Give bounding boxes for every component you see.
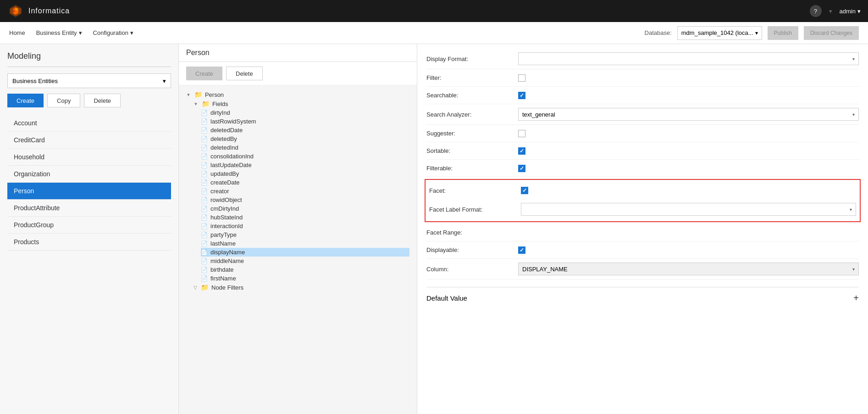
- field-row-display-format: Display Format: ▾: [426, 49, 859, 69]
- nav-configuration[interactable]: Configuration ▾: [93, 29, 133, 36]
- file-icon-cmdirtyind: 📄: [201, 206, 208, 212]
- tree-item-lastName[interactable]: 📄 lastName: [201, 239, 409, 248]
- tree-item-cmdirtyind-label: cmDirtyInd: [210, 205, 239, 212]
- suggester-checkbox[interactable]: [518, 130, 525, 137]
- facet-checkbox[interactable]: ✓: [521, 187, 528, 194]
- tree-item-updatedBy[interactable]: 📄 updatedBy: [201, 169, 409, 178]
- display-format-label: Display Format:: [426, 56, 518, 62]
- tree-node-filters[interactable]: ▽ 📁 Node Filters: [194, 283, 409, 292]
- nodefilters-folder-icon: 📁: [201, 284, 209, 291]
- display-format-select[interactable]: ▾: [518, 52, 859, 65]
- publish-button[interactable]: Publish: [768, 26, 798, 40]
- help-button[interactable]: ?: [810, 5, 822, 17]
- create-button[interactable]: Create: [7, 94, 44, 107]
- tree-item-rowidObject[interactable]: 📄 rowidObject: [201, 196, 409, 204]
- file-icon-creator: 📄: [201, 188, 208, 195]
- file-icon-deleteddate: 📄: [201, 127, 208, 134]
- tree-item-middleName[interactable]: 📄 middleName: [201, 257, 409, 265]
- file-icon-middlename: 📄: [201, 258, 208, 264]
- tree-item-partyType[interactable]: 📄 partyType: [201, 230, 409, 239]
- tree-node-person[interactable]: ▼ 📁 Person: [186, 90, 409, 99]
- field-row-facet: Facet: ✓: [427, 182, 858, 199]
- column-value: DISPLAY_NAME ▾: [518, 263, 859, 275]
- facet-label-format-select[interactable]: ▾: [521, 203, 856, 216]
- tree-item-lastrowid-label: lastRowidSystem: [210, 118, 256, 125]
- tree-item-deletedDate[interactable]: 📄 deletedDate: [201, 126, 409, 134]
- expand-nodefilters-icon: ▽: [194, 285, 197, 290]
- tree-item-consolidationInd[interactable]: 📄 consolidationInd: [201, 152, 409, 161]
- tree-item-hubStateInd[interactable]: 📄 hubStateInd: [201, 213, 409, 222]
- tree-item-lastRowidSystem[interactable]: 📄 lastRowidSystem: [201, 117, 409, 126]
- column-select[interactable]: DISPLAY_NAME ▾: [518, 263, 859, 275]
- tree-item-creator[interactable]: 📄 creator: [201, 187, 409, 196]
- entity-item-creditcard[interactable]: CreditCard: [7, 132, 171, 149]
- database-selector[interactable]: mdm_sample_1042 (loca... ▾: [677, 26, 762, 40]
- nav-home[interactable]: Home: [9, 29, 25, 36]
- tree-item-partytype-label: partyType: [210, 231, 237, 238]
- nav-configuration-chevron-icon: ▾: [130, 29, 133, 36]
- entity-item-person[interactable]: Person: [7, 183, 171, 200]
- tree-item-displayName[interactable]: 📄 displayName: [201, 248, 409, 257]
- filter-checkbox[interactable]: [518, 74, 525, 82]
- admin-button[interactable]: admin ▾: [840, 8, 861, 15]
- facet-label-format-label: Facet Label Format:: [429, 206, 521, 213]
- file-icon-displayname: 📄: [201, 249, 208, 256]
- tree-item-cmDirtyInd[interactable]: 📄 cmDirtyInd: [201, 204, 409, 213]
- filterable-checkbox[interactable]: ✓: [518, 165, 525, 172]
- tree-item-deletedInd[interactable]: 📄 deletedInd: [201, 143, 409, 152]
- tree-item-deletedBy[interactable]: 📄 deletedBy: [201, 134, 409, 143]
- sortable-checkbox[interactable]: ✓: [518, 147, 525, 155]
- search-analyzer-select[interactable]: text_general ▾: [518, 108, 859, 121]
- tree-item-interactionId[interactable]: 📄 interactionId: [201, 222, 409, 230]
- tree-item-lastUpdateDate[interactable]: 📄 lastUpdateDate: [201, 161, 409, 169]
- tree-item-rowidobject-label: rowidObject: [210, 196, 242, 203]
- logo-text: Informatica: [28, 7, 70, 15]
- searchable-checkbox[interactable]: ✓: [518, 92, 525, 99]
- file-icon-hubstateind: 📄: [201, 214, 208, 221]
- tree-item-hubstateind-label: hubStateInd: [210, 214, 243, 221]
- suggester-value: [518, 130, 859, 137]
- searchable-checkmark: ✓: [520, 92, 524, 99]
- suggester-label: Suggester:: [426, 130, 518, 137]
- tree-item-birthdate[interactable]: 📄 birthdate: [201, 265, 409, 274]
- entity-item-productattribute[interactable]: ProductAttribute: [7, 200, 171, 217]
- copy-button[interactable]: Copy: [47, 94, 80, 107]
- entity-type-dropdown[interactable]: Business Entities ▾: [7, 73, 171, 88]
- tree-node-fields[interactable]: ▼ 📁 Fields: [194, 99, 409, 108]
- entity-item-account[interactable]: Account: [7, 115, 171, 132]
- tree-item-lastupdatedate-label: lastUpdateDate: [210, 162, 252, 168]
- entity-item-products[interactable]: Products: [7, 234, 171, 251]
- default-value-section: Default Value +: [426, 287, 859, 303]
- discard-button[interactable]: Discard Changes: [804, 26, 859, 40]
- entity-item-household[interactable]: Household: [7, 149, 171, 166]
- facet-checkmark: ✓: [522, 187, 527, 194]
- delete-button[interactable]: Delete: [84, 94, 121, 107]
- nav-business-entity[interactable]: Business Entity ▾: [36, 29, 82, 36]
- file-icon-createdate: 📄: [201, 179, 208, 186]
- tree-delete-button[interactable]: Delete: [226, 67, 263, 80]
- tree-item-updatedby-label: updatedBy: [210, 170, 239, 177]
- file-icon-interactionid: 📄: [201, 223, 208, 229]
- tree-item-dirtyInd[interactable]: 📄 dirtyInd: [201, 108, 409, 117]
- file-icon-lastrowid: 📄: [201, 118, 208, 125]
- entity-list: Account CreditCard Household Organizatio…: [7, 115, 171, 251]
- nav-business-entity-chevron-icon: ▾: [79, 29, 82, 36]
- display-format-arrow-icon: ▾: [849, 56, 858, 62]
- admin-label: admin: [840, 8, 856, 15]
- add-default-value-button[interactable]: +: [853, 293, 859, 303]
- tree-area: ▼ 📁 Person ▼ 📁 Fields 📄 dirtyInd: [179, 85, 417, 414]
- entity-item-productgroup[interactable]: ProductGroup: [7, 217, 171, 234]
- display-format-value: ▾: [518, 52, 859, 65]
- field-row-filter: Filter:: [426, 69, 859, 87]
- filterable-label: Filterable:: [426, 165, 518, 172]
- sortable-checkmark: ✓: [520, 148, 524, 154]
- database-value: mdm_sample_1042 (loca...: [681, 29, 753, 36]
- default-value-title: Default Value: [426, 294, 467, 302]
- displayable-checkbox[interactable]: ✓: [518, 246, 525, 254]
- field-row-column: Column: DISPLAY_NAME ▾: [426, 259, 859, 280]
- tree-item-firstName[interactable]: 📄 firstName: [201, 274, 409, 283]
- entity-item-organization[interactable]: Organization: [7, 166, 171, 183]
- tree-item-createDate[interactable]: 📄 createDate: [201, 178, 409, 187]
- file-icon-partytype: 📄: [201, 232, 208, 238]
- tree-create-button[interactable]: Create: [186, 67, 222, 80]
